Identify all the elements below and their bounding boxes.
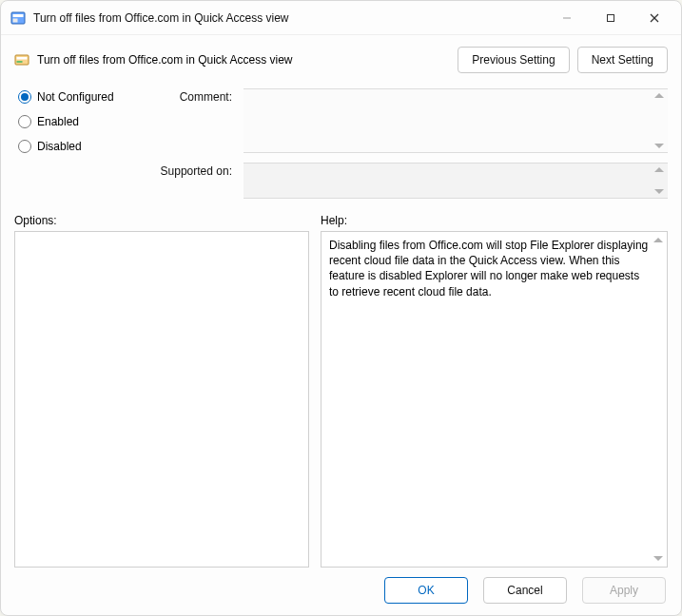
supported-on-label: Supported on: xyxy=(150,163,236,199)
svg-rect-1 xyxy=(13,14,24,17)
svg-rect-8 xyxy=(17,57,28,60)
maximize-button[interactable] xyxy=(590,4,632,32)
radio-not-configured[interactable]: Not Configured xyxy=(18,90,143,104)
next-setting-button[interactable]: Next Setting xyxy=(577,47,668,73)
scroll-down-icon[interactable] xyxy=(654,189,664,194)
setting-header: Turn off files from Office.com in Quick … xyxy=(14,45,668,75)
scroll-down-icon[interactable] xyxy=(653,556,663,561)
svg-rect-2 xyxy=(13,18,18,22)
comment-label: Comment: xyxy=(150,88,236,153)
help-text: Disabling files from Office.com will sto… xyxy=(322,232,667,305)
scroll-down-icon[interactable] xyxy=(654,144,664,148)
options-label: Options: xyxy=(14,214,309,227)
help-pane: Disabling files from Office.com will sto… xyxy=(321,231,668,568)
supported-on-textarea xyxy=(244,163,668,199)
client-area: Turn off files from Office.com in Quick … xyxy=(1,35,681,615)
close-button[interactable] xyxy=(633,4,675,32)
radio-indicator xyxy=(18,140,31,153)
panes: Disabling files from Office.com will sto… xyxy=(14,231,668,568)
comment-textarea[interactable] xyxy=(244,88,668,153)
app-icon xyxy=(10,10,26,26)
minimize-button[interactable] xyxy=(546,4,588,32)
radio-disabled[interactable]: Disabled xyxy=(18,140,143,153)
radio-enabled[interactable]: Enabled xyxy=(18,115,143,128)
help-scrollbar[interactable] xyxy=(653,234,667,565)
titlebar: Turn off files from Office.com in Quick … xyxy=(1,1,681,35)
svg-rect-7 xyxy=(15,55,29,65)
radio-label: Enabled xyxy=(37,115,79,128)
help-label: Help: xyxy=(321,214,347,227)
section-labels: Options: Help: xyxy=(14,214,668,227)
window-title: Turn off files from Office.com in Quick … xyxy=(33,11,546,25)
policy-icon xyxy=(14,52,29,67)
options-pane xyxy=(14,231,309,568)
top-configuration-grid: Not Configured Enabled Disabled Comment:… xyxy=(14,88,668,199)
radio-label: Not Configured xyxy=(37,90,114,104)
previous-setting-button[interactable]: Previous Setting xyxy=(458,47,569,73)
ok-button[interactable]: OK xyxy=(384,577,468,604)
radio-label: Disabled xyxy=(37,140,82,153)
apply-button: Apply xyxy=(582,577,666,604)
dialog-footer: OK Cancel Apply xyxy=(14,568,668,606)
svg-rect-4 xyxy=(608,14,614,21)
scroll-up-icon[interactable] xyxy=(654,93,664,98)
scroll-up-icon[interactable] xyxy=(653,238,663,242)
setting-title: Turn off files from Office.com in Quick … xyxy=(37,53,450,67)
cancel-button[interactable]: Cancel xyxy=(483,577,567,604)
svg-rect-9 xyxy=(17,61,23,63)
radio-indicator xyxy=(18,90,31,104)
scroll-up-icon[interactable] xyxy=(654,167,664,172)
radio-indicator xyxy=(18,115,31,128)
window-controls xyxy=(546,4,675,32)
state-radio-group: Not Configured Enabled Disabled xyxy=(14,88,143,153)
dialog-window: Turn off files from Office.com in Quick … xyxy=(0,0,682,616)
